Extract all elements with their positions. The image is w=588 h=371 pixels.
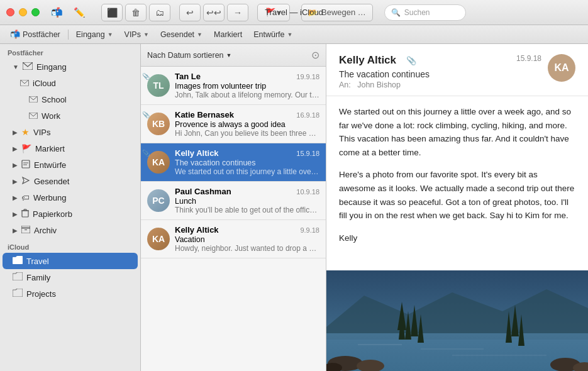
detail-pane: Kelly Altick 📎 The vacation continues An… <box>326 44 588 371</box>
nav-eingang[interactable]: Eingang ▼ <box>71 27 118 42</box>
sidebar-item-vips[interactable]: ▶ ★ VIPs <box>3 124 138 140</box>
detail-image <box>326 270 588 371</box>
email-meta-katie: Katie Bernasek 16.9.18 Provence is alway… <box>175 110 319 138</box>
sidebar-item-archiv[interactable]: ▶ Archiv <box>3 222 138 238</box>
sidebar-item-markiert[interactable]: ▶ 🚩 Markiert <box>3 140 138 157</box>
email-subject-kelly-1: The vacation continues <box>175 158 319 167</box>
chevron-down-icon: ▼ <box>13 64 19 70</box>
nav-separator-1 <box>68 30 69 40</box>
nav-gesendet[interactable]: Gesendet ▼ <box>155 27 208 42</box>
fullscreen-button[interactable] <box>31 8 40 16</box>
nav-eingang-arrow: ▼ <box>108 31 113 38</box>
sidebar-icloud-label: iCloud <box>33 79 56 88</box>
sidebar-item-work[interactable]: Work <box>3 108 138 124</box>
compose-icon-btn[interactable]: ✏️ <box>70 4 89 21</box>
reply-all-icon: ↩↩ <box>206 8 221 18</box>
sidebar-item-gesendet[interactable]: ▶ Gesendet <box>3 173 138 189</box>
email-sender-paul: Paul Cashman <box>175 187 231 196</box>
folder-family-icon <box>13 272 23 282</box>
search-box[interactable]: 🔍 Suchen <box>384 4 466 21</box>
svg-marker-17 <box>326 289 588 340</box>
sidebar-item-papierkorb[interactable]: ▶ Papierkorb <box>3 206 138 222</box>
search-placeholder: Suchen <box>404 8 430 17</box>
nav-vips[interactable]: VIPs ▼ <box>119 27 154 42</box>
sidebar-item-school[interactable]: School <box>3 91 138 108</box>
sidebar-projects-label: Projects <box>26 289 56 299</box>
forward-icon: → <box>233 8 242 18</box>
email-sender-kelly-1: Kelly Altick <box>175 148 219 158</box>
forward-button[interactable]: → <box>227 4 248 21</box>
reply-all-button[interactable]: ↩↩ <box>203 4 225 21</box>
nav-postfacher[interactable]: 📬 Postfächer <box>5 27 65 42</box>
detail-body-p2: Here's a photo from our favorite spot. I… <box>339 168 575 222</box>
draft-icon <box>21 160 30 170</box>
main-layout: Postfächer ▼ Eingang iCloud <box>0 44 588 371</box>
sidebar-item-entworfe[interactable]: ▶ Entwürfe <box>3 157 138 173</box>
sidebar-gesendet-label: Gesendet <box>34 177 69 186</box>
reply-button[interactable]: ↩ <box>179 4 201 21</box>
email-preview-kelly-2: Howdy, neighbor. Just wanted to drop a q… <box>175 244 319 253</box>
detail-body-p1: We started out on this journey a little … <box>339 105 575 159</box>
email-subject-kelly-2: Vacation <box>175 235 319 244</box>
sidebar-item-eingang[interactable]: ▼ Eingang <box>3 58 138 75</box>
email-sender-kelly-2: Kelly Altick <box>175 225 219 235</box>
minimize-button[interactable] <box>19 8 27 16</box>
sidebar-item-projects[interactable]: Projects <box>3 285 138 302</box>
detail-avatar: KA <box>548 54 575 82</box>
detail-header: Kelly Altick 📎 The vacation continues An… <box>326 44 588 96</box>
email-item-kelly-1[interactable]: 📎 KA Kelly Altick 15.9.18 The vacation c… <box>141 143 326 182</box>
traffic-lights <box>6 8 40 16</box>
nav-gesendet-arrow: ▼ <box>197 31 202 38</box>
search-icon: 🔍 <box>391 8 401 17</box>
email-sender-katie: Katie Bernasek <box>175 110 234 119</box>
sort-button[interactable]: Nach Datum sortieren ▼ <box>147 51 232 60</box>
archive-button[interactable]: ⬛ <box>101 4 123 21</box>
email-item-paul[interactable]: PC Paul Cashman 10.9.18 Lunch Think you'… <box>141 182 326 220</box>
eingang-icon <box>23 62 33 72</box>
archive-sidebar-icon <box>21 226 30 235</box>
delete-button[interactable]: 🗑 <box>125 4 147 21</box>
avatar-kelly-1: KA <box>147 151 170 174</box>
email-subject-paul: Lunch <box>175 197 319 206</box>
close-button[interactable] <box>6 8 14 16</box>
chevron-right-icon: ▶ <box>13 129 18 136</box>
svg-rect-4 <box>22 160 30 168</box>
avatar-katie: KB <box>147 113 170 135</box>
detail-to-label: An: <box>339 80 351 89</box>
sidebar-item-travel[interactable]: Travel <box>3 253 138 269</box>
email-item-katie[interactable]: 📎 KB Katie Bernasek 16.9.18 Provence is … <box>141 105 326 143</box>
sidebar-item-family[interactable]: Family <box>3 269 138 285</box>
trash-button[interactable]: 🗂 <box>149 4 170 21</box>
sort-arrow-icon: ▼ <box>226 52 232 58</box>
email-subject-tan: Images from volunteer trip <box>175 82 319 91</box>
delete-icon: 🗑 <box>131 8 140 18</box>
chevron-right-icon-gesendet: ▶ <box>13 178 18 185</box>
email-item-tan-le[interactable]: 📎 TL Tan Le 19.9.18 Images from voluntee… <box>141 67 326 105</box>
title-bar: 📬 ✏️ ⬛ 🗑 🗂 ↩ ↩↩ → 🚩 ▼ 📂 Bewegen … <box>0 0 588 25</box>
nav-eingang-label: Eingang <box>76 30 105 39</box>
sidebar-item-werbung[interactable]: ▶ 🏷 Werbung <box>3 189 138 206</box>
email-date-paul: 10.9.18 <box>296 188 319 196</box>
nav-entworfe[interactable]: Entwürfe ▼ <box>248 27 297 42</box>
sidebar-werbung-label: Werbung <box>33 193 67 202</box>
mailbox-icon-btn[interactable]: 📬 <box>47 4 66 21</box>
flag-sidebar-icon: 🚩 <box>21 144 31 153</box>
move-label: Bewegen … <box>321 8 366 17</box>
email-item-kelly-2[interactable]: KA Kelly Altick 9.9.18 Vacation Howdy, n… <box>141 220 326 258</box>
detail-sender-name: Kelly Altick <box>339 54 396 67</box>
trash-icon: 🗂 <box>155 8 164 18</box>
email-date-kelly-1: 15.9.18 <box>296 150 319 157</box>
attachment-icon-3: 📎 <box>142 150 150 157</box>
work-envelope-icon <box>29 111 38 121</box>
sent-icon <box>21 176 30 187</box>
sidebar: Postfächer ▼ Eingang iCloud <box>0 44 141 371</box>
sidebar-item-icloud[interactable]: iCloud <box>3 75 138 91</box>
nav-markiert[interactable]: Markiert <box>209 27 247 42</box>
email-preview-paul: Think you'll be able to get out of the o… <box>175 206 319 214</box>
sidebar-vips-label: VIPs <box>33 128 50 137</box>
email-date-katie: 16.9.18 <box>296 111 319 119</box>
list-options-icon[interactable]: ⊙ <box>311 49 319 61</box>
sort-label: Nach Datum sortieren <box>147 51 224 60</box>
sidebar-travel-label: Travel <box>26 257 49 266</box>
sidebar-markiert-label: Markiert <box>35 144 65 153</box>
